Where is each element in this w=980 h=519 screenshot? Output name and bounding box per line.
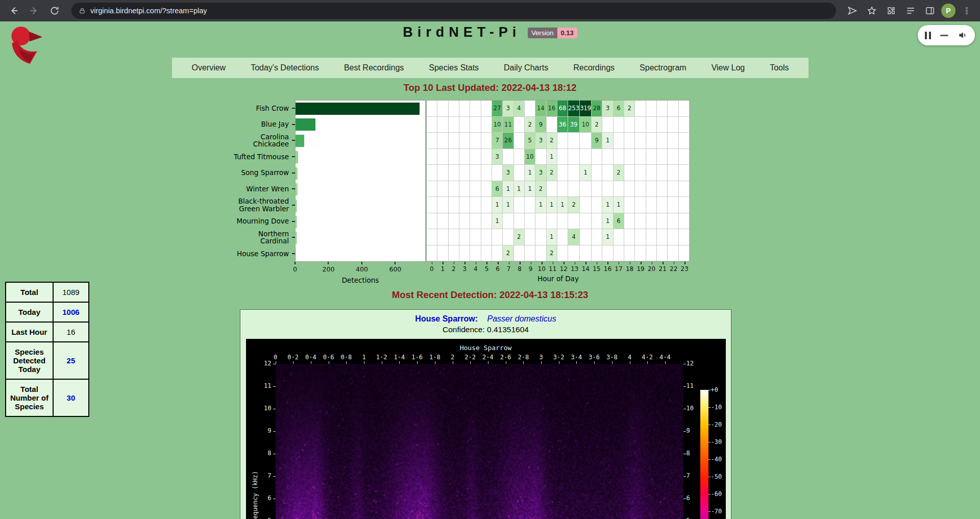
species-common-link[interactable]: House Sparrow: [415, 314, 478, 323]
colorbar-db-label: -60 [711, 490, 722, 498]
nav-bar: OverviewToday's DetectionsBest Recording… [172, 58, 808, 78]
heatmap-cell-house-sparrow-h23 [679, 245, 690, 262]
profile-avatar[interactable]: P [941, 4, 955, 18]
heatmap-cell-song-sparrow-h1 [437, 165, 448, 181]
stat-label-species-detected-today: Species Detected Today [6, 342, 53, 379]
spectro-freq-tick-right: 6 [687, 495, 702, 502]
nav-item-tools[interactable]: Tools [770, 63, 789, 72]
nav-item-best-recordings[interactable]: Best Recordings [344, 63, 404, 72]
heatmap-cell-carolina-chickadee-h23 [679, 133, 690, 149]
volume-icon[interactable] [958, 30, 968, 40]
heatmap-cell-fish-crow-h5 [481, 101, 492, 117]
heatmap-cell-mourning-dove-h9 [525, 213, 535, 230]
nav-item-today-s-detections[interactable]: Today's Detections [251, 63, 319, 72]
heatmap-cell-mourning-dove-h11 [547, 213, 557, 230]
nav-item-view-log[interactable]: View Log [712, 63, 745, 72]
version-value: 0.13 [557, 28, 577, 38]
spectro-freq-tick-mark [273, 454, 276, 454]
heatmap-cell-black-throated-green-warbler-h1 [437, 197, 448, 213]
bar-winter-wren [296, 183, 298, 195]
heatmap-cell-black-throated-green-warbler-h2 [449, 197, 459, 213]
heatmap-cell-song-sparrow-h12 [557, 165, 568, 181]
pause-button[interactable] [925, 32, 931, 39]
heatmap-cell-mourning-dove-h17: 6 [614, 213, 624, 230]
heatmap-cell-carolina-chickadee-h3 [459, 133, 470, 149]
heatmap-cell-blue-jay-h6: 10 [492, 117, 503, 133]
spectro-time-tick-mark [506, 361, 506, 364]
heatmap-cell-winter-wren-h14 [580, 181, 592, 197]
spectro-freq-tick-left: 7 [256, 472, 272, 479]
heatmap-cell-house-sparrow-h9 [525, 245, 535, 262]
bar-song-sparrow [296, 167, 298, 180]
colorbar-db-label: -10 [711, 404, 722, 411]
spectro-freq-tick-right: 7 [687, 472, 702, 479]
back-button[interactable] [5, 2, 22, 19]
nav-item-overview[interactable]: Overview [191, 63, 226, 72]
heatmap-cell-song-sparrow-h13 [568, 165, 580, 181]
heatmap-cell-mourning-dove-h19 [635, 213, 646, 230]
x-tick-label: 600 [389, 265, 401, 273]
heatmap-cell-house-sparrow-h20 [646, 245, 657, 262]
nav-item-recordings[interactable]: Recordings [573, 63, 615, 72]
hour-tick-mark [630, 262, 631, 264]
forward-button[interactable] [26, 2, 43, 19]
species-axis-labels: Fish CrowBlue JayCarolina ChickadeeTufte… [204, 100, 292, 262]
spectro-time-tick-mark [576, 361, 577, 364]
nav-item-spectrogram[interactable]: Spectrogram [640, 63, 687, 72]
spectro-time-tick-mark [470, 361, 471, 364]
list-extension-icon[interactable] [902, 3, 919, 19]
nav-item-species-stats[interactable]: Species Stats [429, 63, 479, 72]
heatmap-cell-blue-jay-h20 [646, 117, 657, 133]
heatmap-cell-fish-crow-h1 [437, 101, 448, 117]
hour-tick-label: 1 [440, 265, 445, 273]
x-tick-label: 400 [356, 265, 368, 273]
species-label-house-sparrow: House Sparrow [229, 245, 289, 262]
hour-tick-label: 18 [626, 265, 633, 273]
heatmap-cell-house-sparrow-h6 [492, 245, 503, 262]
heatmap-cell-house-sparrow-h3 [459, 245, 470, 262]
heatmap-cell-carolina-chickadee-h8 [514, 133, 525, 149]
reload-button[interactable] [46, 2, 63, 19]
spectro-time-tick-mark [329, 361, 329, 364]
heatmap-cell-black-throated-green-warbler-h22 [668, 197, 678, 213]
heatmap-cell-carolina-chickadee-h2 [449, 133, 459, 149]
page-header: BirdNET-Pi Version 0.13 [0, 24, 980, 40]
spectro-time-tick: 2·4 [482, 354, 494, 361]
stat-value-total-number-of-species[interactable]: 30 [53, 379, 89, 416]
species-label-mourning-dove: Mourning Dove [229, 213, 289, 230]
spectro-time-tick-mark [417, 361, 418, 364]
heatmap-cell-black-throated-green-warbler-h23 [679, 197, 690, 213]
bar-northern-cardinal [296, 232, 297, 244]
audio-player[interactable] [918, 25, 975, 45]
colorbar-tick-mark [708, 390, 710, 390]
colorbar-db-label: +0 [711, 386, 718, 393]
spectro-time-tick: 1·4 [394, 354, 405, 361]
side-panel-icon[interactable] [922, 3, 938, 19]
heatmap-cell-winter-wren-h19 [635, 181, 646, 197]
hour-tick-label: 13 [571, 265, 578, 273]
send-icon[interactable] [844, 3, 861, 19]
address-bar[interactable]: virginia.birdnetpi.com/?stream=play [71, 3, 836, 19]
extensions-puzzle-icon[interactable] [883, 3, 899, 19]
spectro-freq-tick-right: 8 [687, 450, 702, 457]
x-tick-mark [395, 262, 396, 264]
bar-house-sparrow [296, 248, 296, 260]
bookmark-star-icon[interactable] [864, 3, 880, 19]
heatmap-cell-winter-wren-h10: 2 [535, 181, 546, 197]
heatmap-cell-house-sparrow-h18 [624, 245, 635, 262]
hour-tick-mark [531, 262, 532, 264]
menu-dots-icon[interactable] [959, 3, 975, 19]
colorbar-tick-mark [708, 442, 710, 442]
nav-item-daily-charts[interactable]: Daily Charts [504, 63, 548, 72]
hour-tick-label: 19 [636, 265, 644, 273]
stat-value-species-detected-today[interactable]: 25 [53, 342, 89, 379]
stat-value-today[interactable]: 1006 [53, 302, 89, 322]
heatmap-cell-black-throated-green-warbler-h21 [657, 197, 668, 213]
heatmap-cell-tufted-titmouse-h8 [514, 149, 525, 165]
spectro-time-tick: 4 [628, 354, 631, 361]
heatmap-cell-northern-cardinal-h2 [449, 229, 459, 245]
spectro-freq-tick-mark [273, 431, 276, 432]
spectro-time-tick: 1·8 [429, 354, 440, 361]
heatmap-cell-fish-crow-h13: 253 [568, 101, 580, 117]
spectro-time-tick-mark [594, 361, 595, 364]
